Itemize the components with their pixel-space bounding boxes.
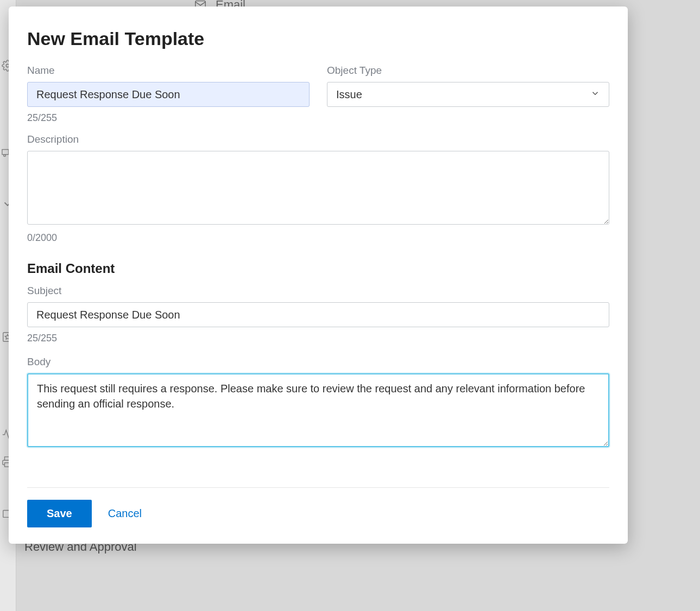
subject-label: Subject [27,285,609,297]
modal-title: New Email Template [27,28,609,49]
object-type-label: Object Type [327,65,609,77]
subject-counter: 25/255 [27,333,609,344]
svg-point-2 [4,155,6,157]
name-label: Name [27,65,310,77]
body-label: Body [27,356,609,368]
description-label: Description [27,133,609,145]
name-input[interactable] [27,82,310,107]
svg-rect-1 [2,150,9,155]
body-textarea[interactable] [27,373,609,447]
save-button[interactable]: Save [27,500,92,527]
name-counter: 25/255 [27,112,310,124]
object-type-value: Issue [336,88,362,101]
subject-input[interactable] [27,302,609,327]
new-email-template-modal: New Email Template Name 25/255 Object Ty… [9,7,628,544]
object-type-select[interactable]: Issue [327,82,609,107]
description-textarea[interactable] [27,151,609,225]
email-content-heading: Email Content [27,261,609,276]
description-counter: 0/2000 [27,232,609,244]
chevron-down-icon [590,88,600,101]
cancel-button[interactable]: Cancel [108,507,142,520]
modal-footer: Save Cancel [27,487,609,527]
